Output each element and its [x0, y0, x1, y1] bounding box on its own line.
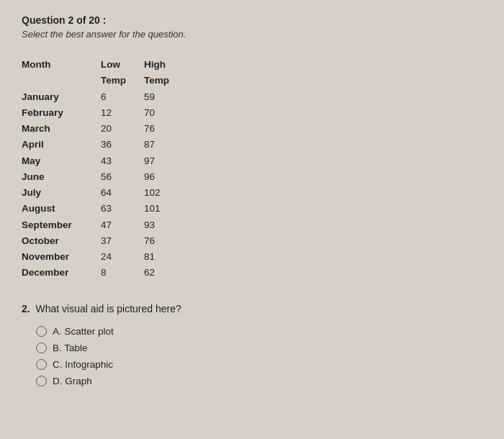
- cell-month: May: [22, 153, 101, 169]
- cell-month: February: [22, 105, 101, 121]
- table-row: January 6 59: [22, 89, 482, 105]
- question-instruction: Select the best answer for the question.: [22, 29, 482, 40]
- cell-high: 102: [144, 185, 187, 201]
- cell-low: 64: [101, 185, 144, 201]
- cell-month: July: [22, 185, 101, 201]
- cell-high: 97: [144, 153, 187, 169]
- cell-low: 12: [101, 105, 144, 121]
- cell-low: 6: [101, 89, 144, 105]
- cell-high: 59: [144, 89, 187, 105]
- cell-month: June: [22, 169, 101, 185]
- option-item-3[interactable]: D. Graph: [36, 376, 482, 386]
- col-high-header: High Temp: [144, 57, 187, 89]
- cell-high: 101: [144, 201, 187, 217]
- cell-low: 20: [101, 121, 144, 137]
- cell-low: 8: [101, 265, 144, 281]
- table-row: July 64 102: [22, 185, 482, 201]
- cell-high: 93: [144, 217, 187, 233]
- cell-month: October: [22, 233, 101, 249]
- radio-button-1[interactable]: [36, 343, 47, 353]
- cell-high: 76: [144, 233, 187, 249]
- table-row: August 63 101: [22, 201, 482, 217]
- option-label-0: A. Scatter plot: [53, 326, 114, 337]
- table-row: September 47 93: [22, 217, 482, 233]
- cell-low: 37: [101, 233, 144, 249]
- table-row: March 20 76: [22, 121, 482, 137]
- cell-month: September: [22, 217, 101, 233]
- table-row: November 24 81: [22, 249, 482, 265]
- col-low-header: Low Temp: [101, 57, 144, 89]
- option-label-1: B. Table: [53, 343, 88, 353]
- cell-month: November: [22, 249, 101, 265]
- data-table: Month Low Temp High Temp January 6 59 Fe…: [22, 57, 482, 281]
- cell-low: 24: [101, 249, 144, 265]
- question-header: Question 2 of 20 :: [22, 14, 482, 26]
- cell-month: August: [22, 201, 101, 217]
- option-label-3: D. Graph: [53, 376, 92, 386]
- radio-button-0[interactable]: [36, 326, 47, 337]
- cell-low: 56: [101, 169, 144, 185]
- cell-low: 43: [101, 153, 144, 169]
- table-row: April 36 87: [22, 137, 482, 153]
- cell-low: 63: [101, 201, 144, 217]
- col-month-header: Month: [22, 57, 101, 73]
- options-list: A. Scatter plot B. Table C. Infographic …: [22, 326, 482, 386]
- cell-low: 36: [101, 137, 144, 153]
- cell-low: 47: [101, 217, 144, 233]
- table-row: June 56 96: [22, 169, 482, 185]
- cell-month: December: [22, 265, 101, 281]
- question-text: 2. What visual aid is pictured here?: [22, 303, 482, 314]
- cell-high: 87: [144, 137, 187, 153]
- cell-month: April: [22, 137, 101, 153]
- cell-high: 76: [144, 121, 187, 137]
- cell-high: 81: [144, 249, 187, 265]
- cell-month: March: [22, 121, 101, 137]
- question-body: What visual aid is pictured here?: [35, 303, 181, 314]
- table-row: December 8 62: [22, 265, 482, 281]
- cell-month: January: [22, 89, 101, 105]
- table-row: October 37 76: [22, 233, 482, 249]
- table-header-row: Month Low Temp High Temp: [22, 57, 482, 89]
- cell-high: 96: [144, 169, 187, 185]
- table-row: May 43 97: [22, 153, 482, 169]
- radio-button-2[interactable]: [36, 359, 47, 370]
- radio-button-3[interactable]: [36, 376, 47, 386]
- option-label-2: C. Infographic: [53, 359, 113, 370]
- table-row: February 12 70: [22, 105, 482, 121]
- option-item-0[interactable]: A. Scatter plot: [36, 326, 482, 337]
- option-item-2[interactable]: C. Infographic: [36, 359, 482, 370]
- cell-high: 62: [144, 265, 187, 281]
- question-number: 2.: [22, 303, 30, 314]
- option-item-1[interactable]: B. Table: [36, 343, 482, 353]
- cell-high: 70: [144, 105, 187, 121]
